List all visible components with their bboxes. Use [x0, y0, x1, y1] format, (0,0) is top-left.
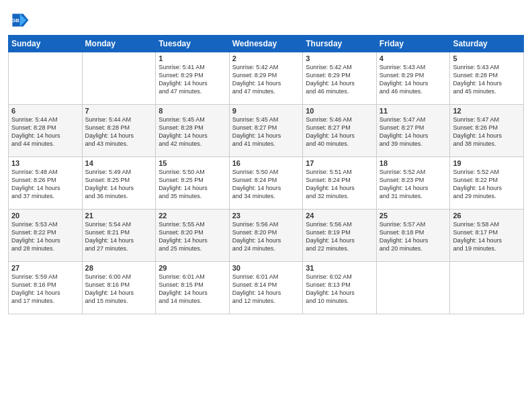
day-cell: 22Sunrise: 5:55 AM Sunset: 8:20 PM Dayli…	[156, 210, 230, 262]
day-info: Sunrise: 5:53 AM Sunset: 8:22 PM Dayligh…	[11, 220, 79, 253]
weekday-header-tuesday: Tuesday	[156, 36, 230, 52]
weekday-header-monday: Monday	[82, 36, 156, 52]
day-cell: 7Sunrise: 5:44 AM Sunset: 8:28 PM Daylig…	[82, 105, 156, 157]
day-cell: 10Sunrise: 5:46 AM Sunset: 8:27 PM Dayli…	[303, 105, 377, 157]
day-number: 4	[380, 54, 447, 62]
day-cell: 14Sunrise: 5:49 AM Sunset: 8:25 PM Dayli…	[82, 157, 156, 210]
day-info: Sunrise: 5:48 AM Sunset: 8:26 PM Dayligh…	[11, 168, 79, 201]
day-number: 12	[453, 107, 521, 115]
day-cell: 16Sunrise: 5:50 AM Sunset: 8:24 PM Dayli…	[229, 157, 303, 210]
day-info: Sunrise: 5:43 AM Sunset: 8:28 PM Dayligh…	[453, 63, 521, 96]
day-cell: 11Sunrise: 5:47 AM Sunset: 8:27 PM Dayli…	[376, 105, 450, 157]
day-info: Sunrise: 5:41 AM Sunset: 8:29 PM Dayligh…	[159, 63, 226, 96]
day-number: 17	[306, 159, 373, 167]
week-row-4: 20Sunrise: 5:53 AM Sunset: 8:22 PM Dayli…	[9, 210, 524, 262]
day-number: 25	[380, 212, 447, 220]
day-cell: 27Sunrise: 5:59 AM Sunset: 8:16 PM Dayli…	[9, 262, 83, 314]
page-container: GB SundayMondayTuesdayWednesdayThursdayF…	[0, 0, 532, 320]
logo: GB	[8, 9, 31, 31]
calendar-table: SundayMondayTuesdayWednesdayThursdayFrid…	[8, 35, 524, 314]
day-info: Sunrise: 6:00 AM Sunset: 8:16 PM Dayligh…	[85, 273, 153, 306]
day-number: 28	[85, 264, 153, 272]
day-info: Sunrise: 5:49 AM Sunset: 8:25 PM Dayligh…	[85, 168, 153, 201]
day-info: Sunrise: 5:42 AM Sunset: 8:29 PM Dayligh…	[306, 63, 373, 96]
day-info: Sunrise: 5:57 AM Sunset: 8:18 PM Dayligh…	[380, 220, 447, 253]
day-cell: 1Sunrise: 5:41 AM Sunset: 8:29 PM Daylig…	[156, 52, 230, 105]
day-number: 8	[159, 107, 226, 115]
day-number: 13	[11, 159, 79, 167]
day-number: 14	[85, 159, 153, 167]
logo-icon: GB	[8, 9, 30, 31]
svg-text:GB: GB	[11, 17, 19, 24]
week-row-3: 13Sunrise: 5:48 AM Sunset: 8:26 PM Dayli…	[9, 157, 524, 210]
weekday-header-wednesday: Wednesday	[229, 36, 303, 52]
day-number: 23	[232, 212, 300, 220]
day-number: 22	[159, 212, 226, 220]
day-number: 3	[306, 54, 373, 62]
day-cell	[82, 52, 156, 105]
day-number: 5	[453, 54, 521, 62]
day-cell: 6Sunrise: 5:44 AM Sunset: 8:28 PM Daylig…	[9, 105, 83, 157]
day-info: Sunrise: 5:45 AM Sunset: 8:28 PM Dayligh…	[159, 116, 226, 148]
week-row-5: 27Sunrise: 5:59 AM Sunset: 8:16 PM Dayli…	[9, 262, 524, 314]
weekday-header-saturday: Saturday	[450, 36, 524, 52]
day-cell	[9, 52, 83, 105]
day-info: Sunrise: 5:42 AM Sunset: 8:29 PM Dayligh…	[232, 63, 300, 96]
day-info: Sunrise: 5:58 AM Sunset: 8:17 PM Dayligh…	[453, 220, 521, 253]
day-number: 9	[232, 107, 300, 115]
day-cell: 25Sunrise: 5:57 AM Sunset: 8:18 PM Dayli…	[376, 210, 450, 262]
day-cell: 2Sunrise: 5:42 AM Sunset: 8:29 PM Daylig…	[229, 52, 303, 105]
day-info: Sunrise: 6:02 AM Sunset: 8:13 PM Dayligh…	[306, 273, 373, 306]
day-cell: 4Sunrise: 5:43 AM Sunset: 8:29 PM Daylig…	[376, 52, 450, 105]
day-cell: 13Sunrise: 5:48 AM Sunset: 8:26 PM Dayli…	[9, 157, 83, 210]
day-number: 1	[159, 54, 226, 62]
weekday-header-friday: Friday	[376, 36, 450, 52]
day-cell: 24Sunrise: 5:56 AM Sunset: 8:19 PM Dayli…	[303, 210, 377, 262]
day-info: Sunrise: 5:44 AM Sunset: 8:28 PM Dayligh…	[11, 116, 79, 148]
day-cell: 19Sunrise: 5:52 AM Sunset: 8:22 PM Dayli…	[450, 157, 524, 210]
day-cell: 12Sunrise: 5:47 AM Sunset: 8:26 PM Dayli…	[450, 105, 524, 157]
weekday-header-row: SundayMondayTuesdayWednesdayThursdayFrid…	[9, 36, 524, 52]
day-cell: 30Sunrise: 6:01 AM Sunset: 8:14 PM Dayli…	[229, 262, 303, 314]
day-number: 19	[453, 159, 521, 167]
day-info: Sunrise: 5:45 AM Sunset: 8:27 PM Dayligh…	[232, 116, 300, 148]
day-cell: 21Sunrise: 5:54 AM Sunset: 8:21 PM Dayli…	[82, 210, 156, 262]
day-cell: 26Sunrise: 5:58 AM Sunset: 8:17 PM Dayli…	[450, 210, 524, 262]
day-cell: 18Sunrise: 5:52 AM Sunset: 8:23 PM Dayli…	[376, 157, 450, 210]
day-cell	[450, 262, 524, 314]
day-number: 30	[232, 264, 300, 272]
day-info: Sunrise: 5:50 AM Sunset: 8:25 PM Dayligh…	[159, 168, 226, 201]
week-row-2: 6Sunrise: 5:44 AM Sunset: 8:28 PM Daylig…	[9, 105, 524, 157]
day-number: 31	[306, 264, 373, 272]
day-number: 29	[159, 264, 226, 272]
day-cell: 15Sunrise: 5:50 AM Sunset: 8:25 PM Dayli…	[156, 157, 230, 210]
day-number: 2	[232, 54, 300, 62]
day-number: 18	[380, 159, 447, 167]
day-number: 11	[380, 107, 447, 115]
day-number: 6	[11, 107, 79, 115]
day-number: 24	[306, 212, 373, 220]
day-info: Sunrise: 5:52 AM Sunset: 8:22 PM Dayligh…	[453, 168, 521, 201]
day-info: Sunrise: 5:50 AM Sunset: 8:24 PM Dayligh…	[232, 168, 300, 201]
day-cell: 3Sunrise: 5:42 AM Sunset: 8:29 PM Daylig…	[303, 52, 377, 105]
day-cell: 17Sunrise: 5:51 AM Sunset: 8:24 PM Dayli…	[303, 157, 377, 210]
day-info: Sunrise: 6:01 AM Sunset: 8:15 PM Dayligh…	[159, 273, 226, 306]
day-number: 15	[159, 159, 226, 167]
day-info: Sunrise: 6:01 AM Sunset: 8:14 PM Dayligh…	[232, 273, 300, 306]
day-number: 26	[453, 212, 521, 220]
day-cell: 5Sunrise: 5:43 AM Sunset: 8:28 PM Daylig…	[450, 52, 524, 105]
day-cell: 28Sunrise: 6:00 AM Sunset: 8:16 PM Dayli…	[82, 262, 156, 314]
day-info: Sunrise: 5:46 AM Sunset: 8:27 PM Dayligh…	[306, 116, 373, 148]
week-row-1: 1Sunrise: 5:41 AM Sunset: 8:29 PM Daylig…	[9, 52, 524, 105]
day-number: 20	[11, 212, 79, 220]
day-number: 16	[232, 159, 300, 167]
day-cell: 20Sunrise: 5:53 AM Sunset: 8:22 PM Dayli…	[9, 210, 83, 262]
day-info: Sunrise: 5:59 AM Sunset: 8:16 PM Dayligh…	[11, 273, 79, 306]
weekday-header-sunday: Sunday	[9, 36, 83, 52]
day-cell: 8Sunrise: 5:45 AM Sunset: 8:28 PM Daylig…	[156, 105, 230, 157]
day-info: Sunrise: 5:44 AM Sunset: 8:28 PM Dayligh…	[85, 116, 153, 148]
day-cell: 9Sunrise: 5:45 AM Sunset: 8:27 PM Daylig…	[229, 105, 303, 157]
day-info: Sunrise: 5:56 AM Sunset: 8:20 PM Dayligh…	[232, 220, 300, 253]
day-info: Sunrise: 5:47 AM Sunset: 8:27 PM Dayligh…	[380, 116, 447, 148]
day-number: 21	[85, 212, 153, 220]
